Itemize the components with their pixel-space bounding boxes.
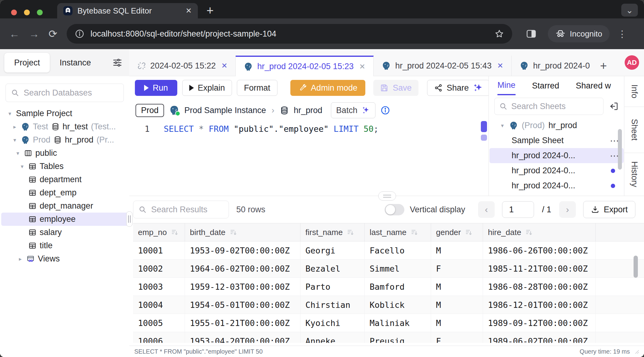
sheet-tab-4[interactable]: hr_prod 2024-0 xyxy=(512,56,595,76)
cell-birth-date[interactable]: 1954-05-01T00:00:00Z xyxy=(185,296,300,314)
tree-item-table-title[interactable]: title xyxy=(1,239,128,252)
table-row[interactable]: 10003 1959-12-03T00:00:00Z Parto Bamford… xyxy=(133,278,644,296)
column-header-birth-date[interactable]: birth_date xyxy=(185,223,300,241)
tab-shared[interactable]: Shared w xyxy=(576,76,611,95)
sort-icon[interactable] xyxy=(346,228,354,236)
sheet-group-row[interactable]: ▾ (Prod) hr_prod xyxy=(489,118,624,133)
tab-project[interactable]: Project xyxy=(4,53,50,73)
back-button[interactable]: ← xyxy=(9,28,20,40)
cell-last-name[interactable]: Maliniak xyxy=(365,314,431,332)
window-close-button[interactable] xyxy=(11,10,17,15)
table-scrollbar[interactable] xyxy=(634,256,638,278)
sheet-tab-3[interactable]: hr_prod 2024-02-05 15:43 ✕ xyxy=(374,56,512,76)
browser-menu-icon[interactable]: ⋮ xyxy=(618,29,627,39)
sort-icon[interactable] xyxy=(525,228,533,236)
search-results-input[interactable]: Search Results xyxy=(133,201,229,218)
table-row[interactable]: 10004 1954-05-01T00:00:00Z Chirstian Kob… xyxy=(133,296,644,314)
vertical-display-toggle[interactable] xyxy=(385,204,404,215)
admin-mode-button[interactable]: Admin mode xyxy=(290,80,366,96)
search-sheets-input[interactable]: Search Sheets xyxy=(494,98,603,115)
bookmark-star-icon[interactable] xyxy=(494,29,504,39)
caret-down-icon[interactable]: ▾ xyxy=(7,110,13,117)
column-header-emp-no[interactable]: emp_no xyxy=(133,223,185,241)
window-minimize-button[interactable] xyxy=(24,10,30,15)
reload-button[interactable]: ⟳ xyxy=(49,28,57,40)
instance-name[interactable]: Prod Sample Instance xyxy=(184,106,266,115)
site-info-icon[interactable] xyxy=(75,29,84,39)
tree-item-table-dept-manager[interactable]: dept_manager xyxy=(1,199,128,213)
cell-hire-date[interactable]: 1986-06-26T00:00:00Z xyxy=(483,241,596,259)
tree-item-hr-test[interactable]: ▸ Test hr_test (Test... xyxy=(1,120,128,133)
tree-item-table-employee[interactable]: employee xyxy=(1,213,128,226)
caret-down-icon[interactable]: ▾ xyxy=(15,150,21,157)
address-bar[interactable]: localhost:8080/sql-editor/sheet/project-… xyxy=(67,24,512,44)
cell-gender[interactable]: F xyxy=(431,332,483,343)
sheet-list-scrollbar[interactable] xyxy=(618,129,622,170)
cell-birth-date[interactable]: 1959-12-03T00:00:00Z xyxy=(185,278,300,296)
format-button[interactable]: Format xyxy=(237,80,277,96)
tab-starred[interactable]: Starred xyxy=(532,76,560,95)
explain-button[interactable]: Explain xyxy=(182,80,232,96)
cell-hire-date[interactable]: 1989-06-02T00:00:00Z xyxy=(483,332,596,343)
column-header-hire-date[interactable]: hire_date xyxy=(483,223,596,241)
tree-item-tables-group[interactable]: ▾ Tables xyxy=(1,160,128,173)
filter-settings-icon[interactable] xyxy=(112,57,123,68)
cell-emp-no[interactable]: 10006 xyxy=(133,332,185,343)
forward-button[interactable]: → xyxy=(29,28,39,40)
sql-code-area[interactable]: 1 SELECT * FROM "public"."employee" LIMI… xyxy=(129,121,489,196)
cell-gender[interactable]: M xyxy=(431,296,483,314)
tree-item-hr-prod[interactable]: ▾ Prod hr_prod (Pr... xyxy=(1,133,128,147)
sheet-item-selected[interactable]: hr_prod 2024-0... ⋯ xyxy=(489,148,624,163)
tab-instance[interactable]: Instance xyxy=(50,53,101,73)
table-row[interactable]: 10005 1955-01-21T00:00:00Z Kyoichi Malin… xyxy=(133,314,644,332)
next-page-button[interactable]: › xyxy=(559,201,576,218)
sheet-tab-2-active[interactable]: hr_prod 2024-02-05 15:23 ✕ xyxy=(236,56,374,76)
cell-last-name[interactable]: Koblick xyxy=(365,296,431,314)
tab-mine[interactable]: Mine xyxy=(497,76,516,95)
close-icon[interactable]: ✕ xyxy=(497,61,503,70)
close-icon[interactable]: ✕ xyxy=(359,62,365,71)
tab-search-chevron[interactable]: ⌄ xyxy=(621,4,638,17)
tree-item-table-salary[interactable]: salary xyxy=(1,226,128,239)
tree-item-table-department[interactable]: department xyxy=(1,173,128,186)
cell-last-name[interactable]: Preusig xyxy=(365,332,431,343)
sheet-item[interactable]: hr_prod 2024-0... xyxy=(489,163,624,178)
browser-tab[interactable]: Bytebase SQL Editor ✕ xyxy=(57,3,198,18)
browser-tab-close-icon[interactable]: ✕ xyxy=(186,6,192,15)
table-row[interactable]: 10001 1953-09-02T00:00:00Z Georgi Facell… xyxy=(133,241,644,260)
caret-right-icon[interactable]: ▸ xyxy=(12,124,18,130)
cell-gender[interactable]: M xyxy=(431,278,483,296)
cell-hire-date[interactable]: 1986-12-01T00:00:00Z xyxy=(483,296,596,314)
sort-icon[interactable] xyxy=(465,228,473,236)
share-button[interactable]: Share xyxy=(427,80,490,96)
cell-hire-date[interactable]: 1989-09-12T00:00:00Z xyxy=(483,314,596,332)
user-avatar[interactable]: AD xyxy=(625,55,639,70)
cell-first-name[interactable]: Chirstian xyxy=(300,296,365,314)
cell-emp-no[interactable]: 10005 xyxy=(133,314,185,332)
window-zoom-button[interactable] xyxy=(37,10,43,15)
cell-first-name[interactable]: Parto xyxy=(300,278,365,296)
cell-gender[interactable]: M xyxy=(431,241,483,259)
cell-last-name[interactable]: Facello xyxy=(365,241,431,259)
info-icon[interactable] xyxy=(380,105,390,115)
column-header-last-name[interactable]: last_name xyxy=(365,223,431,241)
run-button[interactable]: Run xyxy=(135,80,177,96)
tab-info[interactable]: Info xyxy=(624,76,644,107)
cell-emp-no[interactable]: 10004 xyxy=(133,296,185,314)
table-row[interactable]: 10002 1964-06-02T00:00:00Z Bezalel Simme… xyxy=(133,260,644,278)
sort-icon[interactable] xyxy=(171,228,179,236)
cell-gender[interactable]: F xyxy=(431,260,483,277)
cell-first-name[interactable]: Georgi xyxy=(300,241,365,259)
sheet-tab-1[interactable]: 2024-02-05 15:22 ✕ xyxy=(129,56,236,76)
sidebar-resize-handle[interactable] xyxy=(126,211,132,227)
tree-item-schema-public[interactable]: ▾ public xyxy=(1,147,128,160)
close-icon[interactable]: ✕ xyxy=(221,61,227,70)
import-sheet-icon[interactable] xyxy=(609,101,619,111)
sort-icon[interactable] xyxy=(410,228,418,236)
caret-down-icon[interactable]: ▾ xyxy=(499,122,505,129)
caret-down-icon[interactable]: ▾ xyxy=(12,137,18,143)
tab-sheet[interactable]: Sheet xyxy=(624,107,644,153)
caret-down-icon[interactable]: ▾ xyxy=(19,163,25,170)
cell-birth-date[interactable]: 1955-01-21T00:00:00Z xyxy=(185,314,300,332)
cell-first-name[interactable]: Kyoichi xyxy=(300,314,365,332)
